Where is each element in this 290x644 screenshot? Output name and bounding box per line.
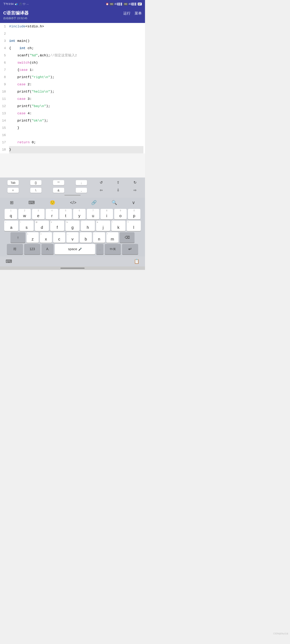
app-header: C语言编译器 自动保存于 15:52:45 运行 菜单 (0, 8, 145, 23)
key-period[interactable]: . (96, 244, 104, 254)
ln-16: 16 (2, 132, 6, 139)
code-line-2[interactable] (9, 30, 143, 38)
key-r[interactable]: 4r (46, 209, 58, 219)
toolbar-backslash[interactable]: \ (30, 188, 42, 193)
toolbar-semicolon[interactable]: ; (76, 180, 87, 185)
ln-4: 4 (2, 45, 6, 52)
toolbar-right[interactable]: ⇨ (132, 187, 138, 193)
code-line-4[interactable]: { int ch; (9, 45, 143, 52)
ln-3: 3 (2, 38, 6, 45)
toolbar-tab[interactable]: Tab (8, 180, 19, 185)
key-p[interactable]: 0p (128, 209, 140, 219)
key-y[interactable]: 6y (73, 209, 86, 219)
bottom-keyboard-icon[interactable]: ⌨ (4, 258, 14, 265)
kb-bottom-row[interactable]: 符 123 A, space 🎤 . 中/英 ↵ (1, 244, 144, 254)
toolbar-quotes[interactable]: "" (53, 180, 64, 185)
kbd-code-icon[interactable]: </> (69, 199, 78, 206)
code-line-7[interactable]: {case 1: (9, 66, 143, 74)
key-u[interactable]: 7u (87, 209, 99, 219)
kbd-grid-icon[interactable]: ⊞ (8, 199, 15, 206)
code-area[interactable]: 1 2 3 4 5 6 7 8 9 10 11 12 13 14 15 16 1… (0, 23, 145, 153)
key-c[interactable]: -c (53, 232, 65, 243)
key-h[interactable]: 'h (81, 220, 95, 231)
toolbar-row1[interactable]: Tab {} "" ; ↺ ⇧ ↻ (0, 180, 145, 187)
key-b[interactable]: :b (80, 232, 92, 243)
alarm-icon: ⏰ (106, 2, 109, 6)
key-g[interactable]: %g (66, 220, 80, 231)
key-z[interactable]: (z (27, 232, 39, 243)
code-line-9[interactable]: case 2: (9, 81, 143, 88)
code-line-12[interactable]: printf("bay\n"); (9, 103, 143, 110)
key-abc[interactable]: A, (42, 244, 54, 254)
kb-row-1[interactable]: 1q 2w 3e 4r 5t 6y 7u 8i 9o 0p (1, 209, 144, 219)
key-x[interactable]: )x (40, 232, 52, 243)
key-f[interactable]: #f (50, 220, 64, 231)
kb-row-3[interactable]: ↑ (z )x -c _v :b ;n /m ⌫ (1, 232, 144, 243)
toolbar-braces[interactable]: {} (30, 180, 42, 185)
status-time: 下午3:54 (3, 2, 14, 6)
key-backspace[interactable]: ⌫ (120, 232, 135, 243)
key-symbol[interactable]: 符 (7, 244, 23, 254)
code-line-15[interactable]: } (9, 124, 143, 132)
run-button[interactable]: 运行 (123, 11, 131, 16)
key-l[interactable]: ?l (127, 220, 141, 231)
toolbar-redo[interactable]: ↻ (132, 180, 138, 186)
bottom-clipboard-icon[interactable]: 📋 (132, 258, 141, 265)
code-line-3[interactable]: int main() (9, 38, 143, 45)
toolbar-equals[interactable]: = (8, 188, 19, 193)
key-v[interactable]: _v (67, 232, 79, 243)
code-line-18[interactable]: } (9, 146, 143, 153)
key-a[interactable]: ~a (4, 220, 18, 231)
key-space[interactable]: space 🎤 (55, 244, 95, 254)
key-n[interactable]: ;n (93, 232, 105, 243)
key-q[interactable]: 1q (5, 209, 17, 219)
keyboard-type-bar[interactable]: ⊞ ⌨ 🙂 </> 🔗 🔍 ∨ (0, 198, 145, 208)
keyboard[interactable]: 1q 2w 3e 4r 5t 6y 7u 8i 9o 0p ~a !s @d #… (0, 208, 145, 256)
kb-row-2[interactable]: ~a !s @d #f %g 'h &j *k ?l (1, 220, 144, 231)
code-line-8[interactable]: printf("right\n"); (9, 74, 143, 81)
key-s[interactable]: !s (20, 220, 34, 231)
menu-button[interactable]: 菜单 (135, 11, 142, 16)
toolbar-shift[interactable]: ⇧ (115, 180, 121, 186)
toolbar-down[interactable]: ⇩ (115, 187, 121, 193)
key-shift[interactable]: ↑ (11, 232, 25, 243)
code-line-10[interactable]: printf("hello\n"); (9, 88, 143, 96)
code-line-17[interactable]: return 0; (9, 139, 143, 146)
bottom-nav[interactable]: ⌨ 📋 (0, 256, 145, 266)
key-e[interactable]: 3e (32, 209, 45, 219)
code-line-1[interactable]: #include<stdio.h> (9, 23, 143, 30)
code-line-16[interactable] (9, 132, 143, 139)
kbd-link-icon[interactable]: 🔗 (90, 199, 98, 206)
code-line-11[interactable]: case 3: (9, 96, 143, 103)
space-label: space (68, 247, 77, 251)
kbd-emoji-icon[interactable]: 🙂 (48, 199, 57, 206)
header-title-area: C语言编译器 自动保存于 15:52:45 (3, 10, 29, 20)
toolbar-left[interactable]: ⇦ (99, 187, 104, 193)
code-line-13[interactable]: case 4: (9, 110, 143, 117)
key-k[interactable]: *k (111, 220, 125, 231)
key-o[interactable]: 9o (114, 209, 127, 219)
code-line-5[interactable]: scanf("%d",&ch);//假定这里输入2 (9, 52, 143, 59)
toolbar-comma[interactable]: , (76, 188, 87, 193)
key-m[interactable]: /m (106, 232, 118, 243)
slider-indicator (65, 195, 81, 196)
code-line-6[interactable]: switch(ch) (9, 59, 143, 66)
key-chinese-english[interactable]: 中/英 (105, 244, 121, 254)
key-d[interactable]: @d (35, 220, 49, 231)
key-123[interactable]: 123 (24, 244, 40, 254)
code-line-14[interactable]: printf("ok\n"); (9, 117, 143, 124)
key-w[interactable]: 2w (18, 209, 31, 219)
kbd-collapse-icon[interactable]: ∨ (130, 199, 137, 206)
toolbar-undo[interactable]: ↺ (99, 180, 104, 186)
key-t[interactable]: 5t (59, 209, 72, 219)
key-enter[interactable]: ↵ (122, 244, 138, 254)
kbd-search-icon[interactable]: 🔍 (110, 199, 119, 206)
toolbar-ampersand[interactable]: & (53, 188, 64, 193)
code-lines[interactable]: #include<stdio.h> int main() { int ch; s… (8, 23, 145, 153)
key-j[interactable]: &j (96, 220, 110, 231)
code-editor[interactable]: 1 2 3 4 5 6 7 8 9 10 11 12 13 14 15 16 1… (0, 23, 145, 153)
status-bar: 下午3:54 📬 🎵 🛡 ··· ⏰ HD 4G▌▌▌ HD 4G▌▌▌ 67 (0, 0, 145, 8)
toolbar-row2[interactable]: = \ & , ⇦ ⇩ ⇨ (0, 187, 145, 194)
key-i[interactable]: 8i (101, 209, 113, 219)
kbd-keyboard-icon[interactable]: ⌨ (27, 199, 37, 206)
